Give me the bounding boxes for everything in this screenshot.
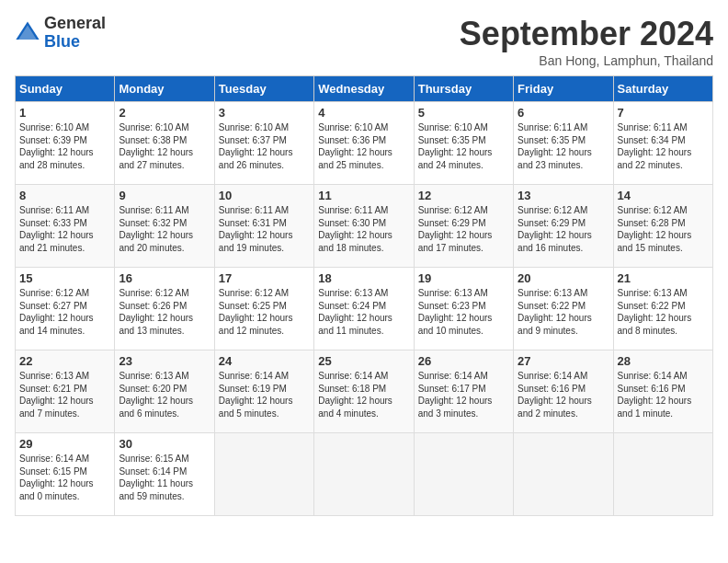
day-header-tuesday: Tuesday: [214, 76, 313, 102]
day-number: 25: [318, 354, 409, 368]
calendar-header-row: SundayMondayTuesdayWednesdayThursdayFrid…: [16, 76, 713, 102]
day-number: 13: [518, 189, 609, 202]
day-number: 9: [119, 189, 210, 202]
calendar-cell: 7Sunrise: 6:11 AM Sunset: 6:34 PM Daylig…: [613, 102, 712, 185]
day-header-monday: Monday: [115, 76, 214, 102]
day-number: 21: [618, 271, 709, 285]
calendar-week-2: 8Sunrise: 6:11 AM Sunset: 6:33 PM Daylig…: [16, 185, 713, 268]
cell-info: Sunrise: 6:10 AM Sunset: 6:36 PM Dayligh…: [318, 121, 409, 171]
calendar-table: SundayMondayTuesdayWednesdayThursdayFrid…: [15, 75, 713, 516]
calendar-cell: [214, 433, 313, 516]
calendar-cell: 29Sunrise: 6:14 AM Sunset: 6:15 PM Dayli…: [16, 433, 115, 516]
day-number: 16: [119, 271, 210, 285]
cell-info: Sunrise: 6:13 AM Sunset: 6:21 PM Dayligh…: [19, 370, 110, 419]
cell-info: Sunrise: 6:11 AM Sunset: 6:30 PM Dayligh…: [318, 204, 409, 254]
calendar-cell: 3Sunrise: 6:10 AM Sunset: 6:37 PM Daylig…: [214, 102, 313, 185]
calendar-cell: 17Sunrise: 6:12 AM Sunset: 6:25 PM Dayli…: [214, 268, 313, 350]
calendar-cell: [414, 433, 513, 516]
cell-info: Sunrise: 6:15 AM Sunset: 6:14 PM Dayligh…: [119, 453, 210, 502]
day-number: 17: [219, 271, 310, 285]
calendar-body: 1Sunrise: 6:10 AM Sunset: 6:39 PM Daylig…: [16, 102, 713, 516]
header: General Blue September 2024 Ban Hong, La…: [15, 15, 713, 68]
cell-info: Sunrise: 6:12 AM Sunset: 6:26 PM Dayligh…: [119, 287, 210, 337]
calendar-cell: 13Sunrise: 6:12 AM Sunset: 6:29 PM Dayli…: [514, 185, 613, 268]
day-number: 20: [518, 271, 609, 285]
day-header-thursday: Thursday: [414, 76, 513, 102]
cell-info: Sunrise: 6:12 AM Sunset: 6:27 PM Dayligh…: [19, 287, 110, 337]
cell-info: Sunrise: 6:13 AM Sunset: 6:22 PM Dayligh…: [618, 287, 709, 337]
calendar-week-5: 29Sunrise: 6:14 AM Sunset: 6:15 PM Dayli…: [16, 433, 713, 516]
day-number: 26: [418, 354, 509, 368]
cell-info: Sunrise: 6:11 AM Sunset: 6:34 PM Dayligh…: [618, 121, 709, 171]
cell-info: Sunrise: 6:14 AM Sunset: 6:18 PM Dayligh…: [318, 370, 409, 419]
cell-info: Sunrise: 6:10 AM Sunset: 6:39 PM Dayligh…: [19, 121, 110, 171]
calendar-cell: 2Sunrise: 6:10 AM Sunset: 6:38 PM Daylig…: [115, 102, 214, 185]
calendar-week-4: 22Sunrise: 6:13 AM Sunset: 6:21 PM Dayli…: [16, 350, 713, 433]
calendar-cell: 16Sunrise: 6:12 AM Sunset: 6:26 PM Dayli…: [115, 268, 214, 350]
day-number: 18: [318, 271, 409, 285]
calendar-cell: 26Sunrise: 6:14 AM Sunset: 6:17 PM Dayli…: [414, 350, 513, 433]
month-title: September 2024: [460, 15, 713, 53]
calendar-cell: [514, 433, 613, 516]
calendar-cell: [613, 433, 712, 516]
day-number: 6: [518, 106, 609, 120]
day-header-saturday: Saturday: [613, 76, 712, 102]
cell-info: Sunrise: 6:14 AM Sunset: 6:16 PM Dayligh…: [618, 370, 709, 419]
day-number: 27: [518, 354, 609, 368]
day-header-sunday: Sunday: [16, 76, 115, 102]
day-number: 8: [19, 189, 110, 202]
cell-info: Sunrise: 6:13 AM Sunset: 6:22 PM Dayligh…: [518, 287, 609, 337]
calendar-cell: 22Sunrise: 6:13 AM Sunset: 6:21 PM Dayli…: [16, 350, 115, 433]
day-number: 7: [618, 106, 709, 120]
cell-info: Sunrise: 6:14 AM Sunset: 6:15 PM Dayligh…: [19, 453, 110, 502]
cell-info: Sunrise: 6:14 AM Sunset: 6:19 PM Dayligh…: [219, 370, 310, 419]
day-number: 5: [418, 106, 509, 120]
calendar-cell: 12Sunrise: 6:12 AM Sunset: 6:29 PM Dayli…: [414, 185, 513, 268]
day-header-wednesday: Wednesday: [314, 76, 414, 102]
calendar-cell: 15Sunrise: 6:12 AM Sunset: 6:27 PM Dayli…: [16, 268, 115, 350]
calendar-cell: 4Sunrise: 6:10 AM Sunset: 6:36 PM Daylig…: [314, 102, 414, 185]
calendar-cell: 21Sunrise: 6:13 AM Sunset: 6:22 PM Dayli…: [613, 268, 712, 350]
cell-info: Sunrise: 6:10 AM Sunset: 6:35 PM Dayligh…: [418, 121, 509, 171]
day-number: 10: [219, 189, 310, 202]
cell-info: Sunrise: 6:10 AM Sunset: 6:37 PM Dayligh…: [219, 121, 310, 171]
calendar-cell: 6Sunrise: 6:11 AM Sunset: 6:35 PM Daylig…: [514, 102, 613, 185]
day-number: 1: [19, 106, 110, 120]
cell-info: Sunrise: 6:12 AM Sunset: 6:28 PM Dayligh…: [618, 204, 709, 254]
day-header-friday: Friday: [514, 76, 613, 102]
day-number: 24: [219, 354, 310, 368]
cell-info: Sunrise: 6:13 AM Sunset: 6:23 PM Dayligh…: [418, 287, 509, 337]
calendar-cell: 11Sunrise: 6:11 AM Sunset: 6:30 PM Dayli…: [314, 185, 414, 268]
calendar-cell: 9Sunrise: 6:11 AM Sunset: 6:32 PM Daylig…: [115, 185, 214, 268]
calendar-cell: 20Sunrise: 6:13 AM Sunset: 6:22 PM Dayli…: [514, 268, 613, 350]
calendar-cell: 18Sunrise: 6:13 AM Sunset: 6:24 PM Dayli…: [314, 268, 414, 350]
cell-info: Sunrise: 6:14 AM Sunset: 6:17 PM Dayligh…: [418, 370, 509, 419]
day-number: 11: [318, 189, 409, 202]
cell-info: Sunrise: 6:12 AM Sunset: 6:25 PM Dayligh…: [219, 287, 310, 337]
calendar-cell: 10Sunrise: 6:11 AM Sunset: 6:31 PM Dayli…: [214, 185, 313, 268]
cell-info: Sunrise: 6:11 AM Sunset: 6:31 PM Dayligh…: [219, 204, 310, 254]
day-number: 15: [19, 271, 110, 285]
day-number: 19: [418, 271, 509, 285]
calendar-cell: 25Sunrise: 6:14 AM Sunset: 6:18 PM Dayli…: [314, 350, 414, 433]
calendar-cell: 23Sunrise: 6:13 AM Sunset: 6:20 PM Dayli…: [115, 350, 214, 433]
calendar-cell: 5Sunrise: 6:10 AM Sunset: 6:35 PM Daylig…: [414, 102, 513, 185]
logo-icon: [15, 20, 40, 46]
day-number: 12: [418, 189, 509, 202]
logo-text: General Blue: [44, 15, 106, 52]
day-number: 30: [119, 437, 210, 451]
calendar-cell: 14Sunrise: 6:12 AM Sunset: 6:28 PM Dayli…: [613, 185, 712, 268]
day-number: 4: [318, 106, 409, 120]
cell-info: Sunrise: 6:14 AM Sunset: 6:16 PM Dayligh…: [518, 370, 609, 419]
calendar-cell: 30Sunrise: 6:15 AM Sunset: 6:14 PM Dayli…: [115, 433, 214, 516]
calendar-cell: 8Sunrise: 6:11 AM Sunset: 6:33 PM Daylig…: [16, 185, 115, 268]
day-number: 22: [19, 354, 110, 368]
day-number: 2: [119, 106, 210, 120]
calendar-cell: 24Sunrise: 6:14 AM Sunset: 6:19 PM Dayli…: [214, 350, 313, 433]
cell-info: Sunrise: 6:11 AM Sunset: 6:33 PM Dayligh…: [19, 204, 110, 254]
calendar-cell: 27Sunrise: 6:14 AM Sunset: 6:16 PM Dayli…: [514, 350, 613, 433]
calendar-week-1: 1Sunrise: 6:10 AM Sunset: 6:39 PM Daylig…: [16, 102, 713, 185]
day-number: 28: [618, 354, 709, 368]
calendar-cell: 1Sunrise: 6:10 AM Sunset: 6:39 PM Daylig…: [16, 102, 115, 185]
cell-info: Sunrise: 6:11 AM Sunset: 6:32 PM Dayligh…: [119, 204, 210, 254]
